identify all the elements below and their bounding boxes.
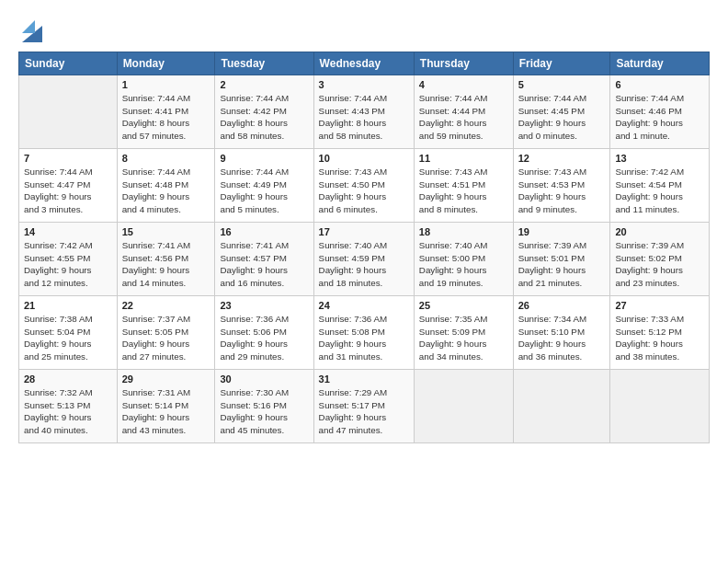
day-number: 16 [220, 226, 308, 237]
day-cell: 12Sunrise: 7:43 AMSunset: 4:53 PMDayligh… [513, 149, 610, 223]
header [18, 17, 710, 42]
header-cell-wednesday: Wednesday [313, 52, 414, 75]
day-info: Sunrise: 7:37 AMSunset: 5:05 PMDaylight:… [122, 313, 210, 363]
day-number: 29 [122, 373, 210, 385]
day-cell [19, 75, 118, 149]
day-number: 12 [518, 153, 606, 164]
week-row-1: 1Sunrise: 7:44 AMSunset: 4:41 PMDaylight… [19, 75, 710, 149]
day-info: Sunrise: 7:43 AMSunset: 4:51 PMDaylight:… [419, 166, 508, 216]
day-cell: 3Sunrise: 7:44 AMSunset: 4:43 PMDaylight… [313, 75, 414, 149]
day-cell: 6Sunrise: 7:44 AMSunset: 4:46 PMDaylight… [610, 75, 710, 149]
day-cell: 14Sunrise: 7:42 AMSunset: 4:55 PMDayligh… [19, 223, 118, 296]
day-number: 7 [24, 153, 112, 164]
day-number: 27 [615, 300, 704, 311]
day-number: 15 [122, 226, 210, 237]
day-number: 31 [319, 373, 409, 385]
svg-marker-1 [22, 20, 35, 33]
day-info: Sunrise: 7:44 AMSunset: 4:44 PMDaylight:… [419, 92, 508, 143]
day-cell: 21Sunrise: 7:38 AMSunset: 5:04 PMDayligh… [19, 296, 118, 370]
day-number: 9 [220, 153, 308, 164]
day-number: 26 [518, 300, 606, 311]
day-info: Sunrise: 7:29 AMSunset: 5:17 PMDaylight:… [319, 386, 409, 437]
day-cell: 22Sunrise: 7:37 AMSunset: 5:05 PMDayligh… [117, 296, 215, 370]
day-info: Sunrise: 7:42 AMSunset: 4:55 PMDaylight:… [24, 239, 112, 290]
day-number: 5 [518, 79, 606, 90]
day-number: 19 [518, 226, 606, 237]
logo-icon [22, 17, 42, 42]
day-number: 22 [122, 300, 210, 311]
day-cell: 19Sunrise: 7:39 AMSunset: 5:01 PMDayligh… [513, 223, 610, 296]
day-number: 13 [615, 153, 704, 164]
day-cell: 23Sunrise: 7:36 AMSunset: 5:06 PMDayligh… [215, 296, 313, 370]
day-cell: 31Sunrise: 7:29 AMSunset: 5:17 PMDayligh… [313, 370, 414, 443]
day-cell: 20Sunrise: 7:39 AMSunset: 5:02 PMDayligh… [610, 223, 710, 296]
day-info: Sunrise: 7:42 AMSunset: 4:54 PMDaylight:… [615, 166, 704, 216]
day-cell [513, 370, 610, 443]
day-info: Sunrise: 7:39 AMSunset: 5:01 PMDaylight:… [518, 239, 606, 290]
day-cell [414, 370, 513, 443]
day-info: Sunrise: 7:40 AMSunset: 5:00 PMDaylight:… [419, 239, 508, 290]
header-row: SundayMondayTuesdayWednesdayThursdayFrid… [19, 52, 710, 75]
day-info: Sunrise: 7:38 AMSunset: 5:04 PMDaylight:… [24, 313, 112, 363]
day-number: 25 [419, 300, 508, 311]
week-row-2: 7Sunrise: 7:44 AMSunset: 4:47 PMDaylight… [19, 149, 710, 223]
day-number: 30 [220, 373, 308, 385]
day-cell: 4Sunrise: 7:44 AMSunset: 4:44 PMDaylight… [414, 75, 513, 149]
day-info: Sunrise: 7:44 AMSunset: 4:47 PMDaylight:… [24, 166, 112, 216]
day-info: Sunrise: 7:41 AMSunset: 4:57 PMDaylight:… [220, 239, 308, 290]
day-info: Sunrise: 7:36 AMSunset: 5:08 PMDaylight:… [319, 313, 409, 363]
day-cell: 10Sunrise: 7:43 AMSunset: 4:50 PMDayligh… [313, 149, 414, 223]
day-info: Sunrise: 7:44 AMSunset: 4:42 PMDaylight:… [220, 92, 308, 143]
day-cell: 30Sunrise: 7:30 AMSunset: 5:16 PMDayligh… [215, 370, 313, 443]
day-info: Sunrise: 7:44 AMSunset: 4:48 PMDaylight:… [122, 166, 210, 216]
day-number: 4 [419, 79, 508, 90]
header-cell-tuesday: Tuesday [215, 52, 313, 75]
week-row-3: 14Sunrise: 7:42 AMSunset: 4:55 PMDayligh… [19, 223, 710, 296]
day-number: 20 [615, 226, 704, 237]
day-cell: 28Sunrise: 7:32 AMSunset: 5:13 PMDayligh… [19, 370, 118, 443]
day-cell: 27Sunrise: 7:33 AMSunset: 5:12 PMDayligh… [610, 296, 710, 370]
day-cell: 8Sunrise: 7:44 AMSunset: 4:48 PMDaylight… [117, 149, 215, 223]
day-info: Sunrise: 7:43 AMSunset: 4:53 PMDaylight:… [518, 166, 606, 216]
page: SundayMondayTuesdayWednesdayThursdayFrid… [0, 0, 728, 563]
day-info: Sunrise: 7:44 AMSunset: 4:45 PMDaylight:… [518, 92, 606, 143]
day-cell: 29Sunrise: 7:31 AMSunset: 5:14 PMDayligh… [117, 370, 215, 443]
day-number: 3 [319, 79, 409, 90]
header-cell-thursday: Thursday [414, 52, 513, 75]
day-number: 23 [220, 300, 308, 311]
calendar-table: SundayMondayTuesdayWednesdayThursdayFrid… [18, 52, 710, 443]
day-number: 24 [319, 300, 409, 311]
day-cell: 13Sunrise: 7:42 AMSunset: 4:54 PMDayligh… [610, 149, 710, 223]
day-cell: 1Sunrise: 7:44 AMSunset: 4:41 PMDaylight… [117, 75, 215, 149]
day-info: Sunrise: 7:34 AMSunset: 5:10 PMDaylight:… [518, 313, 606, 363]
logo [18, 17, 42, 42]
day-info: Sunrise: 7:44 AMSunset: 4:49 PMDaylight:… [220, 166, 308, 216]
day-info: Sunrise: 7:30 AMSunset: 5:16 PMDaylight:… [220, 386, 308, 437]
day-cell: 9Sunrise: 7:44 AMSunset: 4:49 PMDaylight… [215, 149, 313, 223]
day-cell: 5Sunrise: 7:44 AMSunset: 4:45 PMDaylight… [513, 75, 610, 149]
header-cell-sunday: Sunday [19, 52, 118, 75]
day-info: Sunrise: 7:32 AMSunset: 5:13 PMDaylight:… [24, 386, 112, 437]
day-cell: 18Sunrise: 7:40 AMSunset: 5:00 PMDayligh… [414, 223, 513, 296]
day-number: 2 [220, 79, 308, 90]
day-number: 1 [122, 79, 210, 90]
day-info: Sunrise: 7:36 AMSunset: 5:06 PMDaylight:… [220, 313, 308, 363]
day-info: Sunrise: 7:44 AMSunset: 4:43 PMDaylight:… [319, 92, 409, 143]
day-number: 17 [319, 226, 409, 237]
day-cell: 24Sunrise: 7:36 AMSunset: 5:08 PMDayligh… [313, 296, 414, 370]
day-info: Sunrise: 7:31 AMSunset: 5:14 PMDaylight:… [122, 386, 210, 437]
day-cell: 7Sunrise: 7:44 AMSunset: 4:47 PMDaylight… [19, 149, 118, 223]
day-cell: 17Sunrise: 7:40 AMSunset: 4:59 PMDayligh… [313, 223, 414, 296]
week-row-4: 21Sunrise: 7:38 AMSunset: 5:04 PMDayligh… [19, 296, 710, 370]
day-info: Sunrise: 7:44 AMSunset: 4:46 PMDaylight:… [615, 92, 704, 143]
header-cell-monday: Monday [117, 52, 215, 75]
day-cell: 15Sunrise: 7:41 AMSunset: 4:56 PMDayligh… [117, 223, 215, 296]
day-info: Sunrise: 7:44 AMSunset: 4:41 PMDaylight:… [122, 92, 210, 143]
day-cell: 16Sunrise: 7:41 AMSunset: 4:57 PMDayligh… [215, 223, 313, 296]
week-row-5: 28Sunrise: 7:32 AMSunset: 5:13 PMDayligh… [19, 370, 710, 443]
day-number: 6 [615, 79, 704, 90]
day-info: Sunrise: 7:40 AMSunset: 4:59 PMDaylight:… [319, 239, 409, 290]
day-info: Sunrise: 7:43 AMSunset: 4:50 PMDaylight:… [319, 166, 409, 216]
day-number: 28 [24, 373, 112, 385]
day-number: 8 [122, 153, 210, 164]
